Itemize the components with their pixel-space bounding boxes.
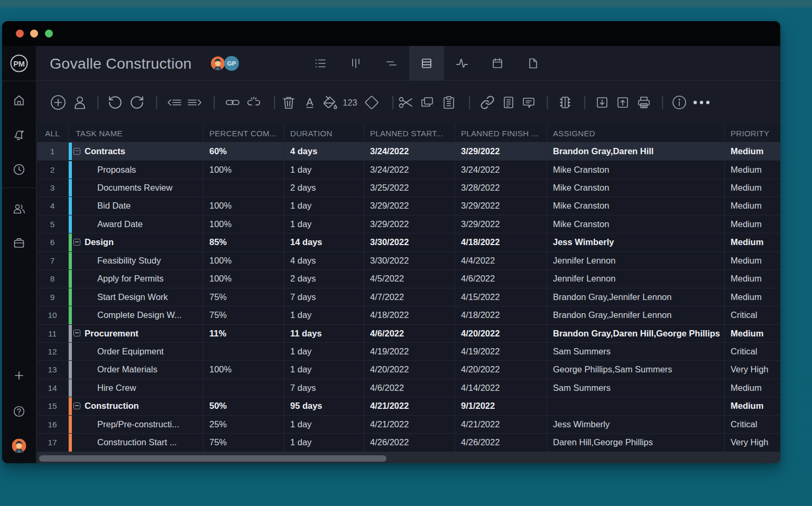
svg-text:123: 123 <box>343 98 357 107</box>
svg-text:PM: PM <box>13 60 25 68</box>
svg-text:A: A <box>306 96 313 108</box>
